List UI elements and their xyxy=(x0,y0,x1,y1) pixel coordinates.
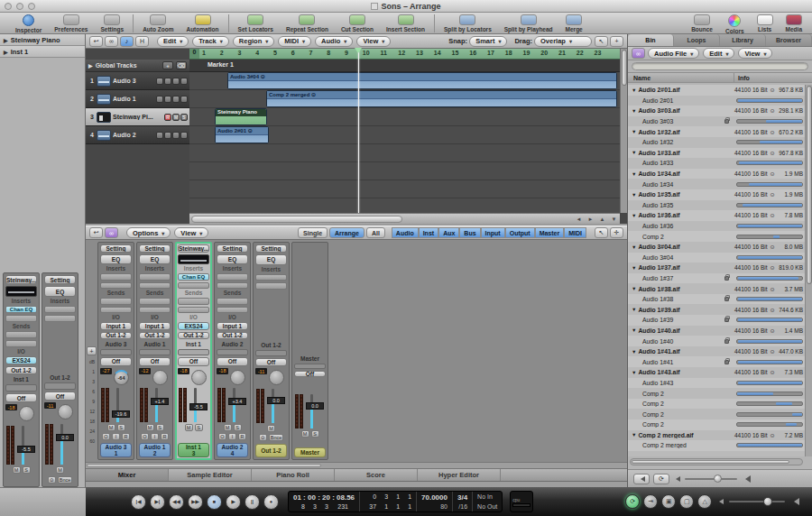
toolbar-item-set-locators[interactable]: Set Locators xyxy=(238,14,273,32)
disclosure-icon[interactable]: ▶ xyxy=(88,62,93,69)
pan-knob[interactable] xyxy=(191,370,207,385)
eq-button[interactable]: EQ xyxy=(44,286,76,297)
insert-slot[interactable] xyxy=(217,282,248,289)
solo-button[interactable] xyxy=(172,132,180,139)
play-button[interactable]: ▶ xyxy=(226,494,241,510)
automation-mode-button[interactable]: Off xyxy=(255,358,287,366)
snap-select[interactable]: Smart▾ xyxy=(469,36,507,47)
solo-button[interactable]: S xyxy=(156,424,164,431)
bin-menu-audio-file[interactable]: Audio File▾ xyxy=(648,48,699,59)
window-titlebar[interactable]: Sons – Arrange xyxy=(0,0,812,13)
tab-piano-roll[interactable]: Piano Roll xyxy=(252,469,335,481)
channel-setting-button[interactable]: Setting xyxy=(255,244,287,253)
file-list-row[interactable]: Audio 1#34 xyxy=(628,179,806,189)
arrange-vertical-scrollbar[interactable] xyxy=(620,49,627,213)
bin-vertical-scrollbar[interactable] xyxy=(805,85,812,456)
insert-slot[interactable] xyxy=(178,282,209,289)
channel-extra-button[interactable]: ⊙ xyxy=(259,434,267,441)
tab-score[interactable]: Score xyxy=(335,469,418,481)
file-list-row[interactable]: ▼Audio 3#04.aif44100 16 Bit⊙8.0 MB xyxy=(628,242,806,253)
disclosure-icon[interactable]: ▼ xyxy=(632,307,636,312)
file-list-row[interactable]: Comp 2 xyxy=(628,399,806,410)
solo-button[interactable] xyxy=(172,78,180,85)
mixer-view-arrange[interactable]: Arrange xyxy=(329,227,364,238)
replace-button[interactable]: ▣ xyxy=(661,494,676,509)
automation-mode-button[interactable]: Off xyxy=(100,357,132,365)
inspector-row-inst-1[interactable]: ▶Inst 1 xyxy=(0,46,85,58)
send-slot[interactable] xyxy=(178,307,209,313)
back-tool-button[interactable]: ↩ xyxy=(89,227,103,238)
menu-midi[interactable]: MIDI▾ xyxy=(278,36,311,47)
bin-search-field[interactable] xyxy=(632,62,808,70)
track-header-audio-3[interactable]: 1Audio 3 xyxy=(86,72,189,90)
output-slot[interactable]: Out 1-2 xyxy=(5,366,37,374)
solo-button[interactable]: S xyxy=(234,424,242,431)
add-channel-button[interactable]: + xyxy=(87,346,97,355)
channel-track-label[interactable]: Inst 13 xyxy=(178,443,209,457)
pan-knob[interactable]: -64 xyxy=(114,370,129,385)
send-slot[interactable] xyxy=(217,298,248,304)
audition-button[interactable] xyxy=(633,474,650,484)
file-list-row[interactable]: ▼Audio 1#33.aif44100 16 Bit⊙967.8 KB xyxy=(628,148,806,159)
toolbar-item-insert-section[interactable]: Insert Section xyxy=(386,14,425,32)
file-list-row[interactable]: ▼Audio 1#41.aif44100 16 Bit⊙447.0 KB xyxy=(628,346,806,357)
pan-knob[interactable] xyxy=(58,404,73,419)
insert-slot[interactable] xyxy=(44,315,76,322)
file-list-row[interactable]: Comp 2 xyxy=(628,388,806,399)
input-slot[interactable]: Input 1 xyxy=(217,322,248,329)
transport-lcd[interactable]: 01 : 00 : 20 : 08.5683323103113711170.00… xyxy=(288,491,503,512)
output-slot[interactable]: Out 1-2 xyxy=(178,332,209,339)
automation-mode-button[interactable]: Off xyxy=(44,392,76,401)
disclosure-icon[interactable]: ▼ xyxy=(632,327,636,333)
mute-button[interactable]: M xyxy=(146,424,154,431)
eq-thumbnail-button[interactable] xyxy=(178,254,209,264)
channel-extra-button[interactable]: O xyxy=(141,433,149,440)
drag-select[interactable]: Overlap▾ xyxy=(534,36,592,47)
region-audio-2-01[interactable]: Audio 2#01 ⊙ xyxy=(215,126,269,143)
toolbar-item-split-by-locators[interactable]: Split by Locators xyxy=(444,14,492,32)
file-list-row[interactable]: ▼Comp 2 merged.aif44100 16 Bit⊙7.2 MB xyxy=(628,430,806,441)
mixer-filter-inst[interactable]: Inst xyxy=(419,227,438,238)
channel-setting-button[interactable]: Setting xyxy=(217,244,248,253)
toolbar-item-bounce[interactable]: Bounce xyxy=(691,14,713,32)
file-list-row[interactable]: ▼Audio 1#37.aif44100 16 Bit⊙819.0 KB xyxy=(628,263,806,273)
track-header-audio-1[interactable]: 2Audio 1 xyxy=(86,90,189,108)
toolbar-item-lists[interactable]: Lists xyxy=(757,14,773,32)
insert-slot[interactable] xyxy=(255,274,287,281)
file-list-row[interactable]: Comp 2 xyxy=(628,231,806,242)
insert-slot[interactable] xyxy=(100,282,132,289)
channel-track-label[interactable]: Audio 24 xyxy=(217,443,248,457)
pan-knob[interactable] xyxy=(19,406,34,421)
disclosure-icon[interactable]: ▼ xyxy=(632,286,636,291)
disclosure-icon[interactable]: ▼ xyxy=(632,349,636,355)
mute-button[interactable]: M xyxy=(267,425,275,432)
link-tool-button[interactable]: ∞ xyxy=(632,48,645,59)
channel-extra-button[interactable]: I xyxy=(151,433,159,440)
disclosure-icon[interactable]: ▼ xyxy=(632,213,636,218)
toolbar-item-split-by-playhead[interactable]: Split by Playhead xyxy=(504,14,553,32)
volume-fader[interactable] xyxy=(310,394,313,428)
record-enable-button[interactable] xyxy=(156,78,163,85)
insert-slot[interactable]: Chan EQ xyxy=(5,306,37,313)
group-slot[interactable] xyxy=(139,349,171,355)
record-enable-button[interactable]: R xyxy=(164,114,171,121)
automation-mode-button[interactable]: Off xyxy=(217,357,248,365)
playhead[interactable] xyxy=(358,49,359,213)
input-slot[interactable]: Input 1 xyxy=(100,322,132,329)
solo-button[interactable]: S xyxy=(23,466,31,474)
file-list-row[interactable]: Comp 2 xyxy=(628,419,806,430)
input-slot[interactable]: EXS24 xyxy=(5,356,37,364)
mute-button[interactable]: M xyxy=(185,424,193,431)
send-slot[interactable] xyxy=(217,307,248,313)
global-tracks-header[interactable]: ▶ Global Tracks + ⌫ xyxy=(86,60,189,72)
link-tool-button[interactable]: ∞ xyxy=(105,227,118,238)
channel-setting-button[interactable]: Setting xyxy=(44,275,76,284)
disclosure-icon[interactable]: ▼ xyxy=(632,129,636,134)
send-slot[interactable] xyxy=(5,340,37,347)
file-list-row[interactable]: Audio 3#03 xyxy=(628,116,806,127)
playhead-handle[interactable] xyxy=(355,48,362,57)
file-list-row[interactable]: Comp 2 merged xyxy=(628,440,806,451)
send-slot[interactable] xyxy=(5,331,37,338)
channel-extra-button[interactable]: O xyxy=(218,433,226,440)
protect-button[interactable] xyxy=(180,78,188,85)
